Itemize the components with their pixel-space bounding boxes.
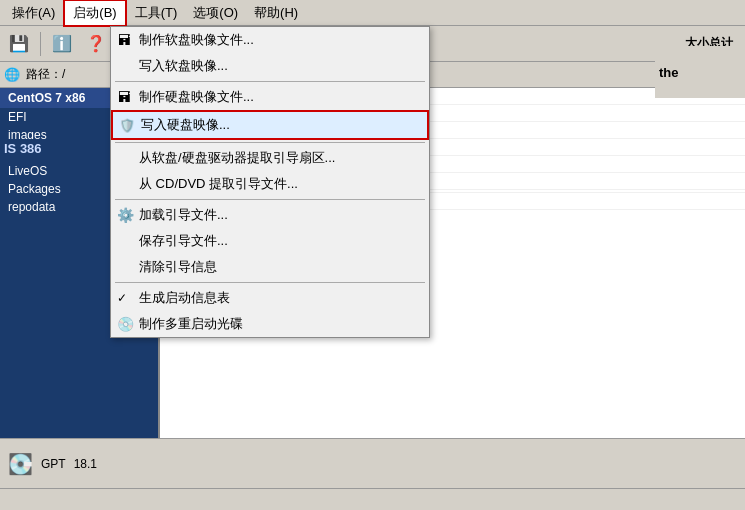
gear-icon: ⚙️	[117, 207, 134, 223]
toolbar-btn-save[interactable]: 💾	[4, 30, 34, 58]
boot-dropdown-menu: 🖬 制作软盘映像文件... 写入软盘映像... 🖬 制作硬盘映像文件... 🛡️…	[110, 26, 430, 338]
status-bar	[0, 488, 745, 510]
menu-bar: 操作(A) 启动(B) 工具(T) 选项(O) 帮助(H)	[0, 0, 745, 26]
top-right-text: the	[655, 46, 745, 98]
menu-make-disk-image[interactable]: 🖬 制作硬盘映像文件...	[111, 84, 429, 110]
menu-save-boot[interactable]: 保存引导文件...	[111, 228, 429, 254]
path-label: 路径：/	[26, 66, 65, 83]
menu-clear-boot[interactable]: 清除引导信息	[111, 254, 429, 280]
menu-boot[interactable]: 启动(B)	[63, 0, 126, 27]
dropdown-sep-4	[115, 282, 425, 283]
menu-tools[interactable]: 工具(T)	[127, 1, 186, 25]
floppy-icon: 🖬	[117, 32, 131, 48]
floppy2-icon: 🖬	[117, 89, 131, 105]
disk-size-label: 18.1	[74, 457, 97, 471]
checkmark-icon: ✓	[117, 291, 127, 305]
dropdown-sep-2	[115, 142, 425, 143]
disk-area: 💽 GPT 18.1	[0, 438, 745, 488]
shield-icon: 🛡️	[119, 118, 135, 133]
menu-gen-boot-table[interactable]: ✓ 生成启动信息表	[111, 285, 429, 311]
toolbar-btn-help[interactable]: ❓	[81, 30, 111, 58]
menu-make-floppy-image[interactable]: 🖬 制作软盘映像文件...	[111, 27, 429, 53]
cd-green-icon: 💿	[117, 316, 134, 332]
disk-gpt-label: GPT	[41, 457, 66, 471]
menu-help[interactable]: 帮助(H)	[246, 1, 306, 25]
globe-icon: 🌐	[4, 67, 20, 82]
menu-write-floppy[interactable]: 写入软盘映像...	[111, 53, 429, 79]
menu-extract-boot-cd[interactable]: 从 CD/DVD 提取引导文件...	[111, 171, 429, 197]
menu-action[interactable]: 操作(A)	[4, 1, 63, 25]
menu-load-boot[interactable]: ⚙️ 加载引导文件...	[111, 202, 429, 228]
is386-label: IS 386	[0, 139, 96, 158]
toolbar-sep-1	[40, 32, 41, 56]
menu-options[interactable]: 选项(O)	[185, 1, 246, 25]
menu-write-disk[interactable]: 🛡️ 写入硬盘映像...	[111, 110, 429, 140]
menu-make-multiboot[interactable]: 💿 制作多重启动光碟	[111, 311, 429, 337]
dropdown-sep-3	[115, 199, 425, 200]
menu-extract-boot-floppy[interactable]: 从软盘/硬盘驱动器提取引导扇区...	[111, 145, 429, 171]
dropdown-sep-1	[115, 81, 425, 82]
toolbar-btn-info[interactable]: ℹ️	[47, 30, 77, 58]
disk-icon: 💽	[8, 452, 33, 476]
